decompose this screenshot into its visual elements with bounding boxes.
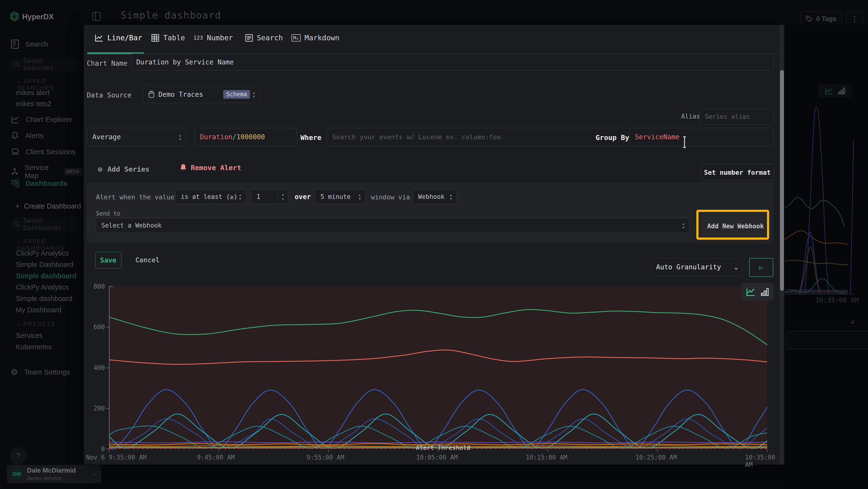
group-by-label: Group By: [595, 134, 629, 142]
aggregation-value: Average: [92, 133, 121, 141]
select-chevrons-icon: ▴▾: [239, 193, 242, 201]
x-tick-label: 10:05:00 AM: [416, 454, 458, 461]
x-tick-mark: [767, 449, 767, 452]
number-123-icon: 123: [193, 35, 203, 41]
plus-circle-icon: ⊕: [98, 164, 102, 174]
select-chevrons-icon: ▴▾: [358, 193, 361, 201]
chart-name-input[interactable]: Duration by Service Name: [131, 54, 774, 70]
stepper-up-icon: ▴: [282, 192, 284, 197]
preview-chart-plot: [109, 286, 767, 449]
data-source-value: Demo Traces: [158, 90, 203, 98]
preview-run-button[interactable]: ▷: [749, 258, 773, 277]
list-icon: [245, 34, 253, 42]
alert-window-select[interactable]: 5 minute ▴▾: [315, 190, 366, 204]
x-tick-label: 10:35:00 AM: [745, 454, 779, 468]
field-denominator: 1000000: [237, 133, 265, 141]
x-tick-label: 9:45:00 AM: [197, 454, 235, 461]
table-icon: [151, 34, 159, 42]
x-tick-mark: [328, 449, 329, 452]
save-button[interactable]: Save: [95, 252, 121, 268]
x-tick-mark: [657, 449, 657, 452]
x-tick-mark: [219, 449, 219, 452]
alert-threshold-annotation: Alert Threshold: [416, 444, 470, 451]
markdown-icon: M↓: [291, 34, 301, 41]
set-number-format-button[interactable]: Set number format: [701, 164, 774, 180]
alert-threshold-input[interactable]: 1 ▴▾: [251, 190, 288, 204]
y-tick-200: 200: [86, 405, 109, 412]
group-by-value: ServiceName: [635, 133, 679, 141]
modal-scrollbar[interactable]: [779, 25, 784, 465]
bar-chart-icon[interactable]: [761, 288, 769, 296]
divider: [87, 83, 774, 83]
tab-line-bar[interactable]: Line/Bar: [95, 33, 142, 42]
database-icon: [148, 90, 155, 98]
x-tick-mark: [548, 449, 548, 452]
field-name: Duration: [200, 133, 232, 141]
window-via-label: window via: [371, 193, 410, 201]
alias-label: Alias: [681, 113, 700, 120]
tab-number[interactable]: 123 Number: [193, 33, 233, 42]
stepper-down-icon: ▾: [282, 197, 284, 201]
tab-markdown[interactable]: M↓ Markdown: [291, 33, 340, 42]
webhook-placeholder: Select a Webhook: [101, 222, 161, 229]
app-root: Simple dashboard 0 Tags ⋮ ▷: [0, 0, 868, 489]
number-stepper[interactable]: ▴▾: [277, 190, 288, 204]
aggregation-select[interactable]: Average ▴▾: [87, 128, 186, 146]
play-icon: ▷: [759, 264, 763, 271]
tab-table[interactable]: Table: [151, 33, 185, 42]
x-tick-label: 9:55:00 AM: [306, 454, 344, 461]
add-series-button[interactable]: ⊕ Add Series: [98, 164, 150, 174]
cancel-button[interactable]: Cancel: [135, 256, 160, 264]
webhook-select[interactable]: Select a Webhook ▴▾: [96, 218, 689, 233]
select-chevrons-icon: ▴▾: [450, 193, 452, 201]
chart-name-value: Duration by Service Name: [136, 58, 234, 66]
where-placeholder: Search your events w/ Lucene ex. column:…: [332, 133, 501, 141]
text-cursor: [682, 136, 687, 148]
alert-prefix: Alert when the value: [96, 193, 174, 201]
remove-alert-button[interactable]: Remove Alert: [180, 164, 241, 172]
y-tick-600: 600: [86, 323, 109, 331]
select-chevrons-icon: ▴▾: [179, 133, 182, 141]
x-tick-label: 10:25:00 AM: [635, 454, 677, 461]
alert-condition-select[interactable]: is at least (≥) ▴▾: [175, 190, 246, 204]
add-new-webhook-button[interactable]: Add New Webhook: [702, 213, 769, 239]
x-tick-label: 10:15:00 AM: [526, 454, 567, 461]
x-tick-mark: [109, 449, 110, 452]
y-tick-400: 400: [86, 364, 109, 371]
send-to-label: Send to: [96, 210, 120, 217]
field-expression-input[interactable]: Duration/1000000: [194, 128, 297, 146]
preview-chart-type-toggle[interactable]: [741, 283, 774, 301]
select-chevrons-icon: ▴▾: [252, 90, 255, 98]
alias-input[interactable]: Series alias: [699, 109, 774, 124]
data-source-label: Data Source: [87, 91, 131, 99]
group-by-input[interactable]: ServiceName: [629, 128, 774, 146]
data-source-select[interactable]: Demo Traces Schema ▴▾: [143, 86, 260, 103]
y-tick-800: 800: [86, 283, 105, 290]
divider: [87, 116, 676, 117]
tab-bar: Line/Bar Table 123 Number Search M↓: [84, 25, 779, 55]
where-label: Where: [301, 134, 321, 142]
line-chart-icon[interactable]: [746, 288, 756, 296]
chart-editor-modal: Line/Bar Table 123 Number Search M↓: [84, 25, 779, 465]
tab-search[interactable]: Search: [245, 33, 283, 42]
alert-bell-icon: [180, 164, 187, 172]
schema-badge[interactable]: Schema: [223, 90, 250, 99]
line-chart-icon: [95, 34, 103, 42]
select-chevrons-icon: ▴▾: [682, 222, 685, 229]
alert-panel: Alert when the value is at least (≥) ▴▾ …: [87, 182, 774, 243]
field-operator: /: [232, 133, 237, 141]
chart-name-label: Chart Name: [87, 59, 128, 67]
scrollbar-thumb[interactable]: [780, 70, 784, 291]
chevron-down-icon: ⌄: [734, 263, 738, 270]
x-tick-label: Nov 6 9:35:00 AM: [86, 454, 146, 461]
alias-placeholder: Series alias: [705, 113, 750, 120]
granularity-select[interactable]: Auto Granularity ⌄: [651, 258, 743, 276]
over-label: over: [294, 193, 311, 201]
alert-channel-select[interactable]: Webhook ▴▾: [412, 190, 457, 204]
